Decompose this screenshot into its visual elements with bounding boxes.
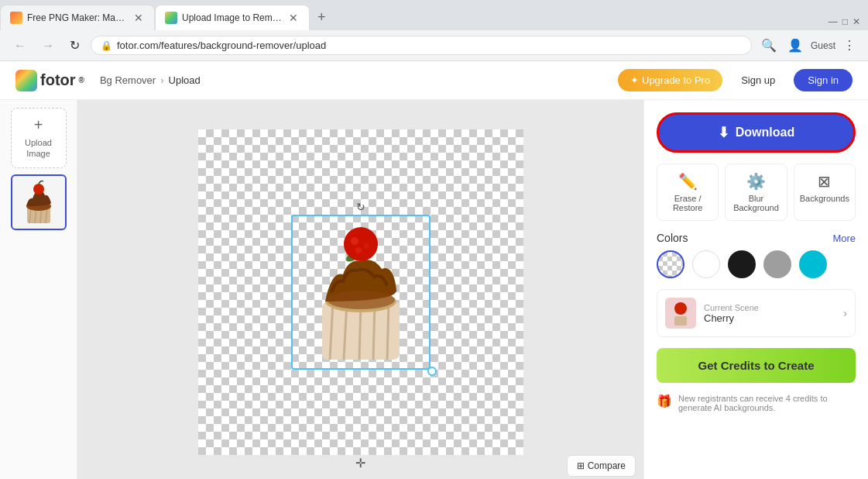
forward-button[interactable]: → (37, 36, 59, 56)
window-controls: — □ ✕ (821, 13, 868, 30)
logo-sup: ® (79, 76, 84, 84)
scene-info: Current Scene Cherry (704, 303, 835, 324)
compare-button[interactable]: ⊞ Compare (567, 455, 636, 477)
app-header: fotor® Bg Remover › Upload ✦ Upgrade to … (0, 61, 868, 100)
get-credits-button[interactable]: Get Credits to Create (657, 348, 856, 383)
thumbnail-cupcake-svg (15, 175, 62, 229)
colors-section: Colors More (657, 232, 856, 278)
tools-row: ✏️ Erase /Restore ⚙️ BlurBackground ⊠ Ba… (657, 164, 856, 221)
right-panel: ⬇ Download ✏️ Erase /Restore ⚙️ BlurBack… (643, 100, 868, 479)
tab-2[interactable]: Upload Image to Remove Backgr... ✕ (155, 5, 310, 30)
tab2-favicon (165, 12, 177, 24)
signup-button[interactable]: Sign up (732, 69, 784, 91)
browser-tabs: Free PNG Maker: Make Transpare... ✕ Uplo… (0, 0, 868, 30)
canvas-content: ↻ (198, 129, 523, 455)
scene-name: Cherry (704, 312, 835, 324)
fotor-logo[interactable]: fotor® (15, 70, 84, 91)
back-button[interactable]: ← (9, 36, 31, 56)
cupcake-selection-box[interactable]: ↻ (291, 215, 431, 370)
resize-handle[interactable] (427, 367, 437, 376)
backgrounds-button[interactable]: ⊠ Backgrounds (794, 164, 856, 221)
tab-1[interactable]: Free PNG Maker: Make Transpare... ✕ (0, 5, 155, 30)
tab2-close[interactable]: ✕ (287, 10, 300, 26)
browser-chrome: Free PNG Maker: Make Transpare... ✕ Uplo… (0, 0, 868, 61)
svg-point-14 (327, 291, 395, 309)
svg-point-21 (674, 302, 687, 315)
tab1-title: Free PNG Maker: Make Transpare... (27, 12, 128, 23)
breadcrumb-separator: › (160, 74, 163, 86)
credits-note: 🎁 New registrants can receive 4 credits … (657, 394, 856, 412)
blur-label: BlurBackground (733, 194, 779, 212)
erase-icon: ✏️ (678, 172, 698, 191)
scene-arrow-icon: › (843, 307, 847, 319)
tab1-close[interactable]: ✕ (132, 10, 145, 26)
breadcrumb-bg-remover[interactable]: Bg Remover (100, 74, 156, 86)
more-colors-link[interactable]: More (832, 233, 856, 244)
rotate-handle[interactable]: ↻ (356, 201, 365, 213)
svg-point-16 (344, 227, 378, 261)
color-black[interactable] (728, 250, 756, 278)
search-button[interactable]: 🔍 (758, 35, 780, 56)
svg-point-6 (33, 184, 44, 195)
cupcake-main-svg (293, 216, 429, 368)
backgrounds-icon: ⊠ (818, 172, 831, 191)
svg-point-18 (363, 243, 369, 249)
toolbar-icons: 🔍 👤 Guest ⋮ (758, 35, 859, 56)
logo-text: fotor (40, 71, 76, 89)
colors-label: Colors (657, 232, 688, 244)
move-cursor-icon: ✛ (355, 456, 365, 470)
gift-icon: 🎁 (657, 394, 672, 408)
browser-toolbar: ← → ↻ 🔒 fotor.com/features/background-re… (0, 30, 868, 60)
upload-label: UploadImage (25, 137, 52, 160)
color-white[interactable] (692, 250, 720, 278)
guest-label: Guest (811, 40, 835, 51)
color-cyan[interactable] (799, 250, 827, 278)
current-scene-button[interactable]: Current Scene Cherry › (657, 289, 856, 337)
svg-point-17 (351, 237, 359, 245)
plus-icon: + (34, 116, 43, 134)
signin-button[interactable]: Sign in (794, 69, 853, 91)
menu-button[interactable]: ⋮ (840, 35, 859, 56)
tab2-title: Upload Image to Remove Backgr... (182, 12, 283, 23)
color-gray[interactable] (763, 250, 791, 278)
color-swatches (657, 250, 856, 278)
color-transparent[interactable] (657, 250, 684, 278)
blur-icon: ⚙️ (746, 172, 766, 191)
blur-background-button[interactable]: ⚙️ BlurBackground (725, 164, 787, 221)
image-thumbnail[interactable] (11, 174, 67, 230)
address-bar[interactable]: 🔒 fotor.com/features/background-remover/… (91, 36, 752, 55)
profile-button[interactable]: 👤 (784, 35, 806, 56)
svg-point-19 (355, 247, 362, 253)
lock-icon: 🔒 (101, 40, 112, 51)
credits-note-text: New registrants can receive 4 credits to… (678, 394, 856, 412)
minimize-btn[interactable]: — (829, 16, 838, 27)
scene-sublabel: Current Scene (704, 303, 835, 312)
canvas-area: ↻ (77, 100, 643, 479)
logo-icon (15, 70, 37, 91)
close-btn[interactable]: ✕ (853, 16, 860, 27)
erase-restore-button[interactable]: ✏️ Erase /Restore (657, 164, 719, 221)
maximize-btn[interactable]: □ (842, 16, 848, 27)
scene-thumb-svg (665, 298, 696, 329)
download-icon: ⬇ (718, 124, 729, 141)
left-sidebar: + UploadImage (0, 100, 77, 479)
svg-rect-22 (674, 316, 687, 326)
download-label: Download (736, 126, 794, 140)
colors-header: Colors More (657, 232, 856, 244)
erase-label: Erase /Restore (673, 194, 703, 212)
scene-thumbnail (665, 298, 696, 329)
url-text: fotor.com/features/background-remover/up… (117, 40, 326, 51)
upgrade-button[interactable]: ✦ Upgrade to Pro (618, 69, 722, 91)
download-button[interactable]: ⬇ Download (657, 112, 856, 153)
main-layout: + UploadImage (0, 100, 868, 479)
svg-line-12 (387, 302, 389, 360)
backgrounds-label: Backgrounds (800, 194, 849, 203)
reload-button[interactable]: ↻ (65, 35, 84, 56)
tab1-favicon (10, 12, 22, 24)
breadcrumb-upload: Upload (169, 74, 201, 86)
upload-image-button[interactable]: + UploadImage (11, 108, 67, 168)
new-tab-button[interactable]: + (310, 5, 334, 30)
breadcrumb: Bg Remover › Upload (100, 74, 201, 86)
